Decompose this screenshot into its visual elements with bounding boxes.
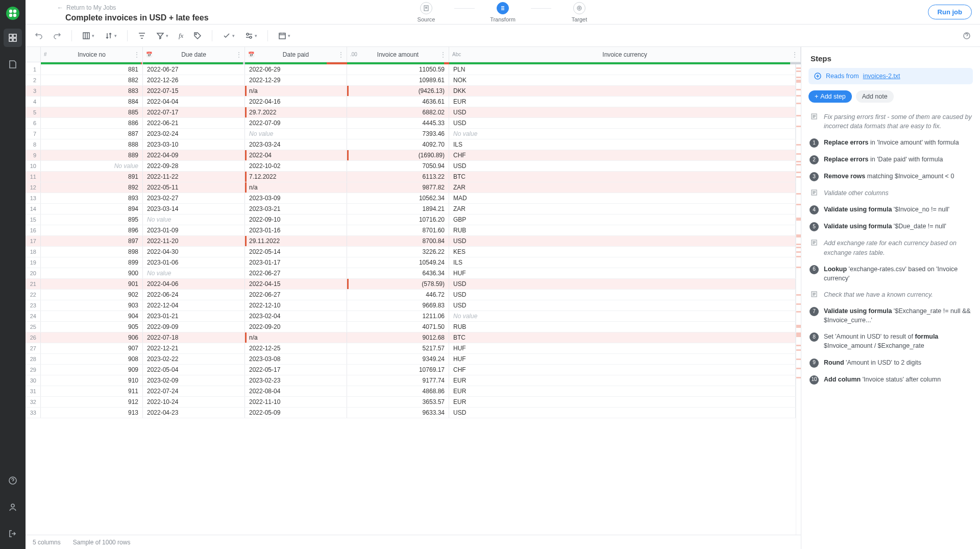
cell[interactable]: 904 bbox=[41, 311, 143, 321]
table-row[interactable]: 269062022-07-18n/a9012.68BTC bbox=[26, 332, 796, 343]
step-note[interactable]: Add exchange rate for each currency base… bbox=[808, 235, 973, 260]
cell[interactable]: 884 bbox=[41, 97, 143, 107]
cell[interactable]: 2022-06-24 bbox=[143, 290, 245, 300]
cell[interactable]: 2022-06-21 bbox=[143, 118, 245, 128]
step-note[interactable]: Fix parsing errors first - some of them … bbox=[808, 109, 973, 134]
cell[interactable]: 898 bbox=[41, 247, 143, 257]
cell[interactable]: 881 bbox=[41, 64, 143, 75]
cell[interactable]: No value bbox=[449, 129, 796, 139]
cell[interactable]: 5217.57 bbox=[347, 343, 449, 353]
cell[interactable]: No value bbox=[245, 129, 347, 139]
cell[interactable]: 900 bbox=[41, 268, 143, 278]
cell[interactable]: 1211.06 bbox=[347, 311, 449, 321]
cell[interactable]: 2023-03-24 bbox=[245, 139, 347, 150]
cell[interactable]: 10562.34 bbox=[347, 193, 449, 203]
cell[interactable]: 7.12.2022 bbox=[245, 172, 347, 182]
step-note[interactable]: Check that we have a known currency. bbox=[808, 287, 973, 303]
cell[interactable]: 2022-07-17 bbox=[143, 107, 245, 117]
cell[interactable]: ZAR bbox=[449, 204, 796, 214]
column-menu-icon[interactable]: ⋮ bbox=[235, 51, 242, 59]
reads-link[interactable]: invoices-2.txt bbox=[863, 73, 900, 80]
cell[interactable]: EUR bbox=[449, 386, 796, 396]
cell[interactable]: 894 bbox=[41, 204, 143, 214]
column-header[interactable]: Abc Invoice currency ⋮ bbox=[449, 47, 801, 62]
cell[interactable]: (578.59) bbox=[347, 279, 449, 289]
table-row[interactable]: 188982022-04-302022-05-143226.22KES bbox=[26, 247, 796, 257]
cell[interactable]: NOK bbox=[449, 75, 796, 85]
table-row[interactable]: 128922022-05-11n/a9877.82ZAR bbox=[26, 182, 796, 193]
cell[interactable]: 2022-06-27 bbox=[143, 64, 245, 75]
cell[interactable]: (1690.89) bbox=[347, 150, 449, 160]
table-row[interactable]: 339132022-04-232022-05-099633.34USD bbox=[26, 408, 796, 418]
column-header[interactable]: # Invoice no ⋮ bbox=[41, 47, 143, 62]
cell[interactable]: No value bbox=[41, 161, 143, 171]
cell[interactable]: 889 bbox=[41, 150, 143, 160]
cell[interactable]: EUR bbox=[449, 97, 796, 107]
cell[interactable]: 2022-11-22 bbox=[143, 172, 245, 182]
cell[interactable]: 4092.70 bbox=[347, 139, 449, 150]
cell[interactable]: USD bbox=[449, 279, 796, 289]
table-row[interactable]: 279072022-12-212022-12-255217.57HUF bbox=[26, 343, 796, 354]
cell[interactable]: 896 bbox=[41, 225, 143, 235]
cell[interactable]: HUF bbox=[449, 268, 796, 278]
table-row[interactable]: 138932023-02-272023-03-0910562.34MAD bbox=[26, 193, 796, 204]
table-row[interactable]: 239032022-12-042022-12-109669.83USD bbox=[26, 300, 796, 311]
cell[interactable]: 2023-01-09 bbox=[143, 225, 245, 235]
table-row[interactable]: 319112022-07-242022-08-044868.86EUR bbox=[26, 386, 796, 397]
column-menu-icon[interactable]: ⋮ bbox=[133, 51, 140, 59]
cell[interactable]: 4445.33 bbox=[347, 118, 449, 128]
column-header[interactable]: .00 Invoice amount ⋮ bbox=[347, 47, 449, 62]
back-link[interactable]: ← Return to My Jobs bbox=[57, 4, 116, 11]
run-job-button[interactable]: Run job bbox=[928, 5, 972, 19]
cell[interactable]: 887 bbox=[41, 129, 143, 139]
cell[interactable]: 2022-04 bbox=[245, 150, 347, 160]
cell[interactable]: 4071.50 bbox=[347, 322, 449, 332]
cell[interactable]: 3653.57 bbox=[347, 397, 449, 407]
grid-body[interactable]: 18812022-06-272022-06-2911050.59PLN28822… bbox=[26, 64, 796, 535]
cell[interactable]: 908 bbox=[41, 354, 143, 364]
cell[interactable]: EUR bbox=[449, 397, 796, 407]
cell[interactable]: BTC bbox=[449, 172, 796, 182]
cell[interactable]: 9669.83 bbox=[347, 300, 449, 311]
cell[interactable]: 2022-09-28 bbox=[143, 161, 245, 171]
cell[interactable]: ZAR bbox=[449, 182, 796, 193]
step-item[interactable]: 4 Validate using formula '$Invoice_no !=… bbox=[808, 201, 973, 218]
cell[interactable]: 2022-06-29 bbox=[245, 64, 347, 75]
help-tool[interactable] bbox=[960, 29, 974, 42]
cell[interactable]: 2023-02-22 bbox=[143, 354, 245, 364]
cell[interactable]: 9877.82 bbox=[347, 182, 449, 193]
cell[interactable]: HUF bbox=[449, 343, 796, 353]
step-item[interactable]: 7 Validate using formula '$Exchange_rate… bbox=[808, 303, 973, 328]
cell[interactable]: No value bbox=[449, 311, 796, 321]
column-header[interactable]: 📅 Date paid ⋮ bbox=[245, 47, 347, 62]
cell[interactable]: USD bbox=[449, 300, 796, 311]
cell[interactable]: 29.7.2022 bbox=[245, 107, 347, 117]
table-row[interactable]: 118912022-11-227.12.20226113.22BTC bbox=[26, 172, 796, 182]
cell[interactable]: 9012.68 bbox=[347, 332, 449, 343]
cell[interactable]: 2022-07-15 bbox=[143, 86, 245, 96]
cell[interactable]: 9633.34 bbox=[347, 408, 449, 418]
column-menu-icon[interactable]: ⋮ bbox=[337, 51, 345, 59]
table-row[interactable]: 259052022-09-092022-09-204071.50RUB bbox=[26, 322, 796, 332]
table-row[interactable]: 88882023-03-102023-03-244092.70ILS bbox=[26, 139, 796, 150]
settings-tool[interactable]: ▾ bbox=[242, 29, 260, 42]
cell[interactable]: 913 bbox=[41, 408, 143, 418]
cell[interactable]: 2022-12-10 bbox=[245, 300, 347, 311]
cell[interactable]: 2022-07-24 bbox=[143, 386, 245, 396]
cell[interactable]: 3226.22 bbox=[347, 247, 449, 257]
logout-icon[interactable] bbox=[4, 524, 22, 543]
cell[interactable]: 2022-06-27 bbox=[245, 290, 347, 300]
cell[interactable]: 897 bbox=[41, 236, 143, 246]
table-row[interactable]: 329122022-10-242022-11-103653.57EUR bbox=[26, 397, 796, 408]
cell[interactable]: 6436.34 bbox=[347, 268, 449, 278]
cell[interactable]: 888 bbox=[41, 139, 143, 150]
validate-tool[interactable]: ▾ bbox=[219, 29, 238, 42]
step-item[interactable]: 1 Replace errors in 'Invoice amount' wit… bbox=[808, 134, 973, 151]
columns-tool[interactable]: ▾ bbox=[79, 29, 97, 42]
stepper-step[interactable]: Transform bbox=[475, 2, 531, 22]
cell[interactable]: 2022-05-04 bbox=[143, 365, 245, 375]
cell[interactable]: 2022-04-16 bbox=[245, 97, 347, 107]
cell[interactable]: 4868.86 bbox=[347, 386, 449, 396]
table-row[interactable]: 219012022-04-062022-04-15(578.59)USD bbox=[26, 279, 796, 290]
cell[interactable]: 911 bbox=[41, 386, 143, 396]
